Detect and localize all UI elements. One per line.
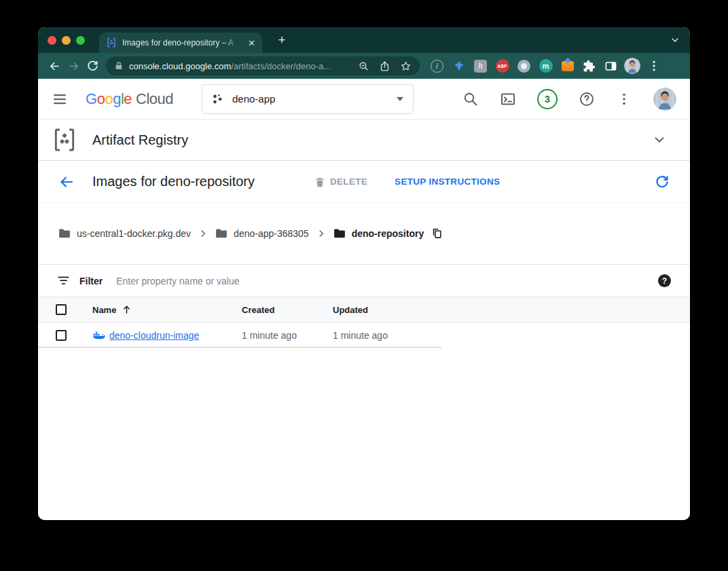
artifact-registry-favicon [106,37,117,48]
breadcrumb-label: deno-repository [352,228,424,239]
tab-title: Images for deno-repository – A [122,38,244,48]
project-caret-down-icon [397,97,403,101]
filter-input[interactable] [116,276,658,287]
product-chevron-down-icon[interactable] [652,132,667,147]
image-link[interactable]: deno-cloudrun-image [109,330,199,341]
search-icon[interactable] [462,91,479,107]
sort-ascending-icon [122,305,132,315]
column-header-updated[interactable]: Updated [333,305,368,315]
copy-icon[interactable] [431,227,443,240]
url-domain: console.cloud.google.com [129,61,231,71]
table-empty-area [38,348,690,520]
project-name: deno-app [232,93,397,105]
diamond-extension-icon[interactable] [453,60,465,72]
browser-menu-dots-icon[interactable] [647,59,661,73]
address-bar[interactable]: console.cloud.google.com/artifacts/docke… [106,56,420,75]
breadcrumb: us-central1-docker.pkg.dev deno-app-3683… [38,203,690,265]
select-all-checkbox[interactable] [56,304,67,315]
column-label: Name [92,305,116,315]
logo-letter: g [113,90,121,108]
browser-profile-avatar[interactable] [624,58,640,74]
cloud-shell-icon[interactable] [500,91,516,107]
row-checkbox[interactable] [56,330,67,341]
extensions-puzzle-icon[interactable] [583,60,596,73]
adblock-plus-extension-icon[interactable]: ABP [496,59,509,73]
table-header: Name Created Updated [38,297,690,323]
filter-icon [57,276,70,287]
column-header-created[interactable]: Created [242,305,274,315]
window-controls [48,36,85,45]
extension-bar: i h ABP m [429,58,619,74]
m-extension-icon[interactable]: m [539,59,553,73]
url-path: /artifacts/docker/deno-a... [231,61,331,71]
logo-letter: o [105,90,113,108]
page-title: Images for deno-repository [92,174,255,189]
hamburger-menu-icon[interactable] [52,91,68,107]
notifications-badge[interactable]: 3 [537,89,558,109]
account-avatar[interactable] [653,88,676,111]
breadcrumb-label: deno-app-368305 [234,228,309,239]
breadcrumb-chevron-icon [198,229,208,238]
project-selector[interactable]: deno-app [202,84,414,114]
delete-button[interactable]: DELETE [314,176,367,188]
product-bar: Artifact Registry [38,119,690,161]
folder-icon [333,228,346,239]
ring-extension-icon[interactable] [517,60,530,73]
desktop-background: Images for deno-repository – A ✕ + [0,0,728,571]
trash-icon [314,176,325,188]
browser-tab[interactable]: Images for deno-repository – A ✕ [99,33,262,53]
lock-icon [114,61,124,71]
browser-toolbar: console.cloud.google.com/artifacts/docke… [38,53,690,79]
delete-label: DELETE [330,177,367,187]
gcp-app-bar: Google Cloud deno-app 3 [38,79,690,119]
basket-extension-icon[interactable] [562,61,574,71]
side-panel-icon[interactable] [604,60,617,73]
more-options-dots-icon[interactable] [616,91,632,107]
breadcrumb-label: us-central1-docker.pkg.dev [77,228,191,239]
back-button[interactable] [58,174,75,190]
h-extension-icon[interactable]: h [474,60,487,73]
zoom-out-icon[interactable] [358,60,369,72]
project-icon [212,93,224,105]
product-title: Artifact Registry [92,132,188,148]
artifact-registry-icon [52,127,77,153]
breadcrumb-item-registry[interactable]: us-central1-docker.pkg.dev [58,228,191,239]
filter-label: Filter [79,276,103,287]
filter-help-icon[interactable]: ? [658,274,671,287]
browser-reload-button[interactable] [83,56,102,75]
new-tab-button[interactable]: + [273,31,291,49]
zoom-window-button[interactable] [76,36,85,45]
tab-close-icon[interactable]: ✕ [248,38,255,48]
refresh-icon[interactable] [655,174,670,189]
tabstrip-chevron-down-icon[interactable] [670,35,680,45]
breadcrumb-item-project[interactable]: deno-app-368305 [215,228,309,239]
browser-window: Images for deno-repository – A ✕ + [38,27,690,520]
help-icon[interactable] [579,91,595,107]
bookmark-star-icon[interactable] [400,60,412,72]
browser-forward-button[interactable] [64,56,83,75]
logo-cloud-word: Cloud [136,90,173,108]
share-icon[interactable] [379,60,390,72]
close-window-button[interactable] [48,36,56,45]
logo-letter: G [86,90,97,108]
table-row: deno-cloudrun-image 1 minute ago 1 minut… [38,323,690,348]
column-header-name[interactable]: Name [92,305,132,315]
google-cloud-logo[interactable]: Google Cloud [86,90,173,108]
docker-image-icon [92,330,105,341]
filter-bar: Filter ? [38,265,690,297]
updated-value: 1 minute ago [333,330,388,341]
breadcrumb-chevron-icon [316,229,326,238]
folder-icon [215,228,228,239]
folder-icon [58,228,71,239]
logo-letter: e [124,90,132,108]
created-value: 1 minute ago [242,330,297,341]
tab-strip: Images for deno-repository – A ✕ + [38,27,690,53]
logo-letter: o [97,90,105,108]
info-extension-icon[interactable]: i [431,60,443,73]
minimize-window-button[interactable] [62,36,71,45]
browser-back-button[interactable] [45,56,64,75]
page-action-bar: Images for deno-repository DELETE SETUP … [38,161,690,203]
setup-instructions-button[interactable]: SETUP INSTRUCTIONS [395,177,500,187]
breadcrumb-item-repository: deno-repository [333,228,424,239]
